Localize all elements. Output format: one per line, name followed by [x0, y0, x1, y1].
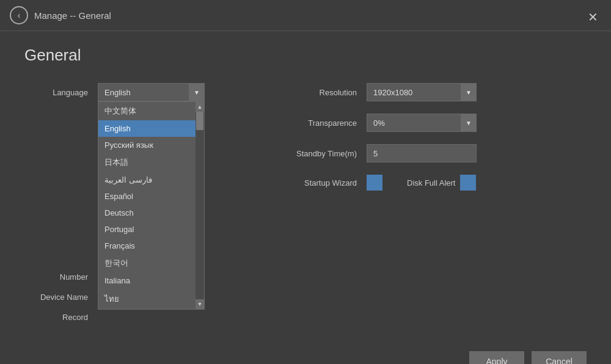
bottom-bar: Apply Cancel	[0, 345, 611, 364]
transparence-display[interactable]: 0%	[367, 114, 477, 132]
scroll-down-button[interactable]: ▼	[196, 299, 204, 309]
startup-disk-controls: Disk Full Alert	[367, 175, 476, 191]
close-button[interactable]: ✕	[584, 9, 601, 26]
dropdown-item[interactable]: Español	[98, 188, 196, 205]
resolution-row: Resolution 1920x1080 ▼	[281, 83, 587, 101]
startup-label: Startup Wizard	[281, 178, 367, 187]
dropdown-item[interactable]: Italiana	[98, 272, 196, 289]
language-label: Language	[24, 88, 98, 97]
dialog: ‹ Manage -- General ✕ General Language E…	[0, 0, 611, 364]
right-panel: Resolution 1920x1080 ▼ Transparence 0% ▼	[281, 83, 587, 333]
dropdown-item[interactable]: ไทย	[98, 289, 196, 309]
language-select[interactable]: English ▼	[98, 83, 205, 101]
transparence-select[interactable]: 0% ▼	[367, 114, 477, 132]
back-icon: ‹	[18, 10, 21, 20]
resolution-display[interactable]: 1920x1080	[367, 83, 477, 101]
language-row: Language English ▼	[24, 83, 257, 101]
startup-wizard-toggle[interactable]	[367, 175, 382, 191]
scroll-track	[196, 112, 204, 299]
disk-alert-label: Disk Full Alert	[407, 178, 455, 187]
cancel-button[interactable]: Cancel	[532, 351, 587, 364]
transparence-row: Transparence 0% ▼	[281, 114, 587, 132]
dropdown-item[interactable]: 한국어	[98, 254, 196, 272]
dropdown-item[interactable]: Français	[98, 238, 196, 254]
resolution-select[interactable]: 1920x1080 ▼	[367, 83, 477, 101]
device-name-label: Device Name	[24, 293, 98, 302]
content-area: General Language English ▼ 中文简体EnglishРу…	[0, 31, 611, 345]
dropdown-item[interactable]: Deutsch	[98, 205, 196, 221]
disk-section: Disk Full Alert	[407, 175, 476, 191]
titlebar-text: Manage -- General	[34, 10, 111, 21]
transparence-arrow: ▼	[461, 114, 477, 132]
startup-disk-row: Startup Wizard Disk Full Alert	[281, 175, 587, 191]
disk-full-alert-toggle[interactable]	[460, 175, 476, 191]
dropdown-item[interactable]: 日本語	[98, 153, 196, 172]
dropdown-item[interactable]: 中文简体	[98, 102, 196, 120]
dropdown-item[interactable]: English	[98, 120, 196, 137]
language-dropdown-arrow: ▼	[189, 83, 205, 101]
resolution-arrow: ▼	[461, 83, 477, 101]
transparence-label: Transparence	[281, 118, 367, 128]
dropdown-scrollbar[interactable]: ▲ ▼	[196, 102, 204, 309]
back-button[interactable]: ‹	[10, 6, 28, 24]
left-panel: Language English ▼ 中文简体EnglishРусский яз…	[24, 83, 257, 333]
dropdown-item[interactable]: Portugal	[98, 221, 196, 238]
dropdown-item[interactable]: فارسی العربية	[98, 172, 196, 188]
record-label: Record	[24, 313, 98, 322]
standby-input[interactable]	[367, 144, 477, 162]
page-title: General	[24, 46, 587, 65]
close-icon: ✕	[588, 10, 598, 24]
number-label: Number	[24, 272, 98, 282]
apply-button[interactable]: Apply	[469, 351, 524, 364]
record-row: Record	[24, 313, 257, 322]
dropdown-item[interactable]: Русский язык	[98, 137, 196, 153]
scroll-thumb	[196, 112, 203, 130]
dropdown-list: 中文简体EnglishРусский язык日本語فارسی العربيةE…	[98, 102, 196, 309]
main-area: Language English ▼ 中文简体EnglishРусский яз…	[24, 83, 587, 333]
standby-label: Standby Time(m)	[281, 149, 367, 158]
language-dropdown: 中文简体EnglishРусский язык日本語فارسی العربيةE…	[98, 101, 205, 310]
resolution-label: Resolution	[281, 88, 367, 97]
scroll-up-button[interactable]: ▲	[196, 102, 204, 112]
titlebar: ‹ Manage -- General ✕	[0, 0, 611, 31]
standby-row: Standby Time(m)	[281, 144, 587, 162]
startup-section	[367, 175, 382, 191]
